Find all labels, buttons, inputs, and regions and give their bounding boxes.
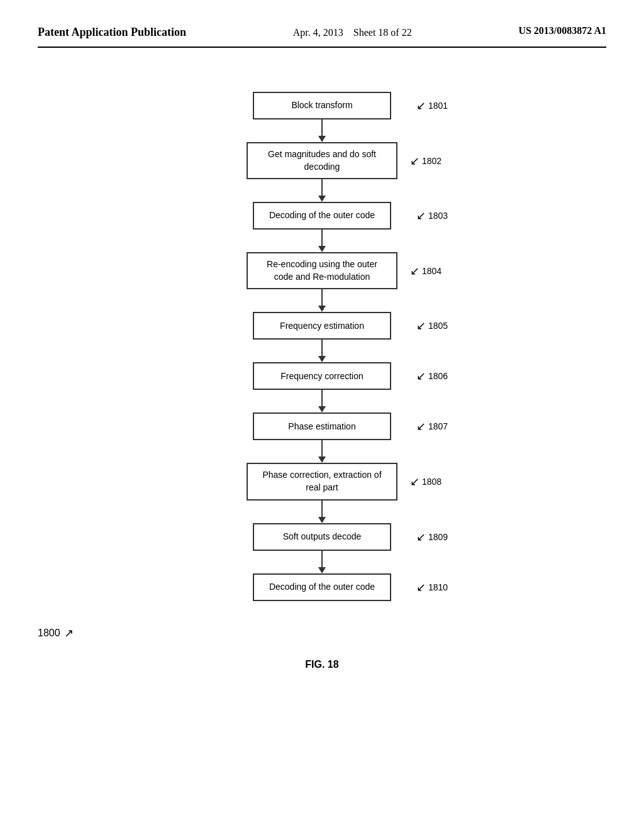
tick-icon-1803: ↙ xyxy=(416,209,426,223)
arrow-5 xyxy=(318,340,326,362)
page: Patent Application Publication Apr. 4, 2… xyxy=(0,0,644,830)
flow-box-1807: Phase estimation xyxy=(253,412,391,440)
flow-step-1803: Decoding of the outer code ↙ 1803 xyxy=(253,202,391,230)
flow-step-1806: Frequency correction ↙ 1806 xyxy=(253,362,391,390)
flow-step-1809: Soft outputs decode ↙ 1809 xyxy=(253,523,391,551)
step-label-1803: ↙ 1803 xyxy=(416,209,448,223)
flow-box-1809: Soft outputs decode xyxy=(253,523,391,551)
arrow-line xyxy=(321,340,323,356)
tick-icon-1808: ↙ xyxy=(410,475,419,489)
step-label-1805: ↙ 1805 xyxy=(416,319,448,333)
header-date-sheet: Apr. 4, 2013 Sheet 18 of 22 xyxy=(293,25,412,40)
flow-step-1801: Block transform ↙ 1801 xyxy=(253,92,391,119)
arrow-head xyxy=(318,306,326,312)
patent-number: US 2013/0083872 A1 xyxy=(518,25,606,36)
flow-step-1804: Re-encoding using the outer code and Re-… xyxy=(247,252,397,289)
diagram-area: Block transform ↙ 1801 Get magnitudes an… xyxy=(38,79,606,670)
flow-box-1806: Frequency correction xyxy=(253,362,391,390)
step-label-1807: ↙ 1807 xyxy=(416,419,448,433)
tick-icon-1804: ↙ xyxy=(410,264,419,278)
flow-box-1802: Get magnitudes and do soft decoding xyxy=(247,142,397,179)
page-header: Patent Application Publication Apr. 4, 2… xyxy=(38,25,606,48)
tick-icon-1809: ↙ xyxy=(416,530,426,544)
arrow-line xyxy=(321,119,323,136)
tick-icon-1802: ↙ xyxy=(410,154,419,168)
step-label-1802: ↙ 1802 xyxy=(410,154,441,168)
arrow-line xyxy=(321,501,323,517)
arrow-head xyxy=(318,356,326,362)
arrow-head xyxy=(318,567,326,573)
step-label-1804: ↙ 1804 xyxy=(410,264,441,278)
step-label-1809: ↙ 1809 xyxy=(416,530,448,544)
step-label-1808: ↙ 1808 xyxy=(410,475,441,489)
arrow-line xyxy=(321,390,323,406)
flow-box-1804: Re-encoding using the outer code and Re-… xyxy=(247,252,397,289)
figure-number-value: 1800 xyxy=(38,628,60,639)
arrow-7 xyxy=(318,440,326,463)
arrow-head xyxy=(318,196,326,202)
arrow-head xyxy=(318,136,326,142)
tick-icon-1801: ↙ xyxy=(416,99,426,113)
arrow-line xyxy=(321,289,323,306)
arrow-line xyxy=(321,179,323,196)
arrow-head xyxy=(318,456,326,463)
figure-number-tick: ↗ xyxy=(64,626,74,640)
flow-step-1810: Decoding of the outer code ↙ 1810 xyxy=(253,573,391,601)
flow-step-1808: Phase correction, extraction of real par… xyxy=(247,463,397,500)
flow-step-1802: Get magnitudes and do soft decoding ↙ 18… xyxy=(247,142,397,179)
arrow-line xyxy=(321,440,323,456)
arrow-head xyxy=(318,246,326,252)
step-label-1801: ↙ 1801 xyxy=(416,99,448,113)
flow-step-1807: Phase estimation ↙ 1807 xyxy=(253,412,391,440)
step-label-1806: ↙ 1806 xyxy=(416,369,448,383)
arrow-head xyxy=(318,517,326,523)
arrow-4 xyxy=(318,289,326,312)
arrow-6 xyxy=(318,390,326,412)
sheet-number: Sheet 18 of 22 xyxy=(353,27,412,38)
figure-number-label: 1800 ↗ xyxy=(38,626,606,640)
arrow-3 xyxy=(318,230,326,252)
arrow-line xyxy=(321,551,323,567)
arrow-line xyxy=(321,230,323,246)
arrow-8 xyxy=(318,501,326,523)
arrow-1 xyxy=(318,119,326,142)
step-label-1810: ↙ 1810 xyxy=(416,580,448,594)
arrow-9 xyxy=(318,551,326,573)
tick-icon-1807: ↙ xyxy=(416,419,426,433)
publication-date: Apr. 4, 2013 xyxy=(293,27,343,38)
arrow-2 xyxy=(318,179,326,202)
tick-icon-1805: ↙ xyxy=(416,319,426,333)
flowchart: Block transform ↙ 1801 Get magnitudes an… xyxy=(247,92,397,601)
publication-title: Patent Application Publication xyxy=(38,25,186,40)
tick-icon-1810: ↙ xyxy=(416,580,426,594)
flow-box-1801: Block transform xyxy=(253,92,391,119)
flow-box-1808: Phase correction, extraction of real par… xyxy=(247,463,397,500)
tick-icon-1806: ↙ xyxy=(416,369,426,383)
flow-step-1805: Frequency estimation ↙ 1805 xyxy=(253,312,391,340)
flow-box-1803: Decoding of the outer code xyxy=(253,202,391,230)
arrow-head xyxy=(318,406,326,412)
flow-box-1810: Decoding of the outer code xyxy=(253,573,391,601)
figure-caption: FIG. 18 xyxy=(305,659,338,670)
flow-box-1805: Frequency estimation xyxy=(253,312,391,340)
